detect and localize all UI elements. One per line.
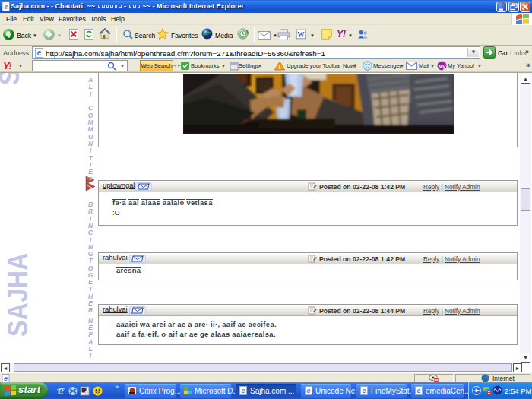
svg-text:e: e xyxy=(5,2,8,11)
svg-text:W: W xyxy=(297,31,305,39)
svg-text:My: My xyxy=(439,64,446,70)
svg-text:e: e xyxy=(306,387,310,394)
svg-text:!: ! xyxy=(279,63,281,71)
svg-text:e: e xyxy=(37,49,42,57)
svg-text:e: e xyxy=(362,387,366,394)
svg-text:e: e xyxy=(4,375,8,382)
svg-text:e: e xyxy=(241,387,245,394)
svg-text:e: e xyxy=(416,387,420,394)
svg-text:e: e xyxy=(58,385,64,396)
